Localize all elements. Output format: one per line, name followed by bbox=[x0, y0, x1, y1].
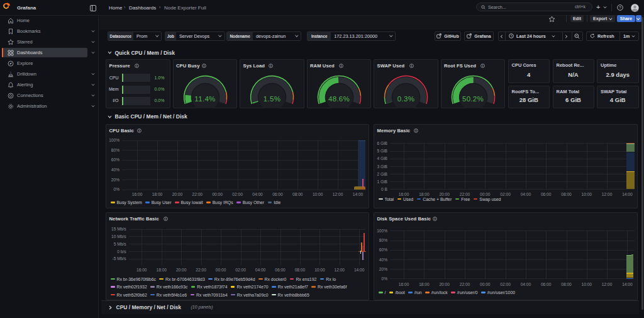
svg-text:?: ? bbox=[619, 6, 621, 9]
